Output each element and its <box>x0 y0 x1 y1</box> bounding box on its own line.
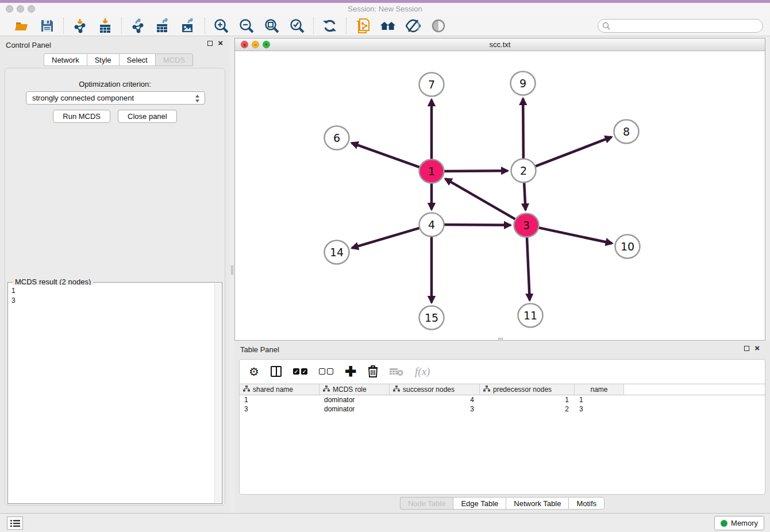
table-header-row: shared nameMCDS rolesuccessor nodesprede… <box>240 384 765 395</box>
column-header-predecessor-nodes[interactable]: predecessor nodes <box>480 384 575 395</box>
table-cell[interactable]: dominator <box>319 404 390 414</box>
hierarchy-icon <box>243 385 250 394</box>
export-network-icon[interactable] <box>130 18 146 34</box>
edge-2-8[interactable] <box>533 137 611 167</box>
graph-node-4[interactable]: 4 <box>419 213 444 237</box>
graph-node-2[interactable]: 2 <box>511 159 536 183</box>
graph-node-8[interactable]: 8 <box>614 120 639 144</box>
panel-splitter[interactable] <box>230 36 234 513</box>
tab-network[interactable]: Network <box>44 53 87 66</box>
save-session-icon[interactable] <box>39 18 55 34</box>
table-cell[interactable]: 3 <box>390 404 480 414</box>
edge-2-9[interactable] <box>523 98 523 161</box>
edge-3-10[interactable] <box>536 227 612 243</box>
main-toolbar <box>0 16 770 36</box>
zoom-out-icon[interactable] <box>238 18 255 34</box>
table-cell[interactable]: 4 <box>390 395 480 404</box>
column-header-MCDS-role[interactable]: MCDS role <box>319 384 390 395</box>
home-icon[interactable] <box>380 18 396 34</box>
destroy-column-icon[interactable] <box>390 367 403 376</box>
edge-1-2[interactable] <box>441 171 507 171</box>
table-cell[interactable]: 3 <box>575 404 624 414</box>
graph-node-7[interactable]: 7 <box>419 73 444 97</box>
add-column-icon[interactable]: ✚ <box>345 366 356 377</box>
delete-column-icon[interactable] <box>368 365 378 377</box>
tab-style[interactable]: Style <box>87 53 119 66</box>
table-cell[interactable]: 3 <box>240 404 319 414</box>
edge-4-14[interactable] <box>352 228 422 248</box>
export-image-icon[interactable] <box>180 18 197 34</box>
graph-node-14[interactable]: 14 <box>325 241 349 264</box>
tab-node-table[interactable]: Node Table <box>400 497 453 510</box>
close-panel-button[interactable]: Close panel <box>118 110 177 123</box>
search-input[interactable] <box>598 19 763 33</box>
tab-mcds[interactable]: MCDS <box>155 53 193 66</box>
hierarchy-icon <box>483 385 490 394</box>
control-panel-close-icon[interactable]: × <box>218 40 223 46</box>
table-cell[interactable]: 1 <box>575 395 624 404</box>
result-scrollbar[interactable] <box>214 283 221 503</box>
open-session-icon[interactable] <box>14 18 30 34</box>
graph-node-1[interactable]: 1 <box>419 160 444 183</box>
table-cell[interactable]: 2 <box>480 404 575 414</box>
network-style-icon[interactable] <box>355 18 371 34</box>
zoom-selected-icon[interactable] <box>289 18 305 34</box>
edge-3-1[interactable] <box>445 179 518 221</box>
column-header-shared-name[interactable]: shared name <box>240 384 319 395</box>
hide-graphics-details-icon[interactable] <box>405 18 421 34</box>
criterion-select[interactable]: strongly connected component <box>26 91 205 105</box>
column-header-name[interactable]: name <box>575 384 624 395</box>
memory-button[interactable]: Memory <box>714 516 764 530</box>
memory-label: Memory <box>731 519 758 527</box>
run-mcds-button[interactable]: Run MCDS <box>53 110 110 123</box>
splitter-handle[interactable] <box>231 265 233 275</box>
network-window-titlebar[interactable]: x − + scc.txt <box>235 38 765 51</box>
graph-node-6[interactable]: 6 <box>325 126 349 150</box>
zoom-in-icon[interactable] <box>213 18 229 34</box>
table-panel-close-icon[interactable]: × <box>754 345 760 351</box>
tab-select[interactable]: Select <box>119 53 155 66</box>
control-panel-float-icon[interactable] <box>207 41 213 46</box>
edge-2-3[interactable] <box>524 180 526 210</box>
column-label: name <box>590 385 607 394</box>
network-view-window: x − + scc.txt 7968124314101511 <box>234 38 765 341</box>
graph-node-10[interactable]: 10 <box>615 235 640 259</box>
edge-3-11[interactable] <box>527 234 530 300</box>
window-resize-handle[interactable] <box>498 338 503 341</box>
mcds-result-text[interactable]: 1 3 <box>9 285 214 502</box>
tab-edge-table[interactable]: Edge Table <box>453 497 506 510</box>
tab-network-table[interactable]: Network Table <box>506 497 568 510</box>
function-builder-icon[interactable]: f(x) <box>415 365 430 378</box>
table-panel-float-icon[interactable] <box>744 346 749 351</box>
tab-motifs[interactable]: Motifs <box>568 497 605 510</box>
task-history-button[interactable] <box>7 516 23 530</box>
table-cell[interactable]: 1 <box>240 395 319 404</box>
table-row[interactable]: 3dominator323 <box>240 404 765 414</box>
edge-4-3[interactable] <box>441 225 510 225</box>
export-table-icon[interactable] <box>155 18 171 34</box>
graph-node-9[interactable]: 9 <box>511 72 536 95</box>
table-cell[interactable]: 1 <box>480 395 575 404</box>
table-panel-tabs: Node TableEdge TableNetwork TableMotifs <box>234 497 770 510</box>
import-network-icon[interactable] <box>72 18 88 34</box>
split-pane-icon[interactable] <box>271 366 282 377</box>
svg-text:1: 1 <box>428 165 435 178</box>
table-settings-icon[interactable]: ⚙ <box>249 365 259 379</box>
edge-1-6[interactable] <box>352 143 422 168</box>
network-graph[interactable]: 7968124314101511 <box>235 51 765 340</box>
import-table-icon[interactable] <box>97 18 113 34</box>
zoom-fit-icon[interactable] <box>264 18 280 34</box>
refresh-icon[interactable] <box>322 18 338 34</box>
show-graphics-icon[interactable] <box>430 18 446 34</box>
graph-node-3[interactable]: 3 <box>514 214 539 237</box>
svg-text:14: 14 <box>330 246 344 259</box>
network-canvas[interactable]: 7968124314101511 <box>235 51 765 340</box>
column-header-successor-nodes[interactable]: successor nodes <box>390 384 480 395</box>
select-all-icon[interactable]: ✓✓ <box>293 368 307 375</box>
memory-status-dot <box>721 520 727 527</box>
deselect-all-icon[interactable] <box>319 368 333 375</box>
table-row[interactable]: 1dominator411 <box>240 395 765 404</box>
graph-node-15[interactable]: 15 <box>419 306 444 330</box>
graph-node-11[interactable]: 11 <box>518 304 543 327</box>
table-cell[interactable]: dominator <box>319 395 390 404</box>
